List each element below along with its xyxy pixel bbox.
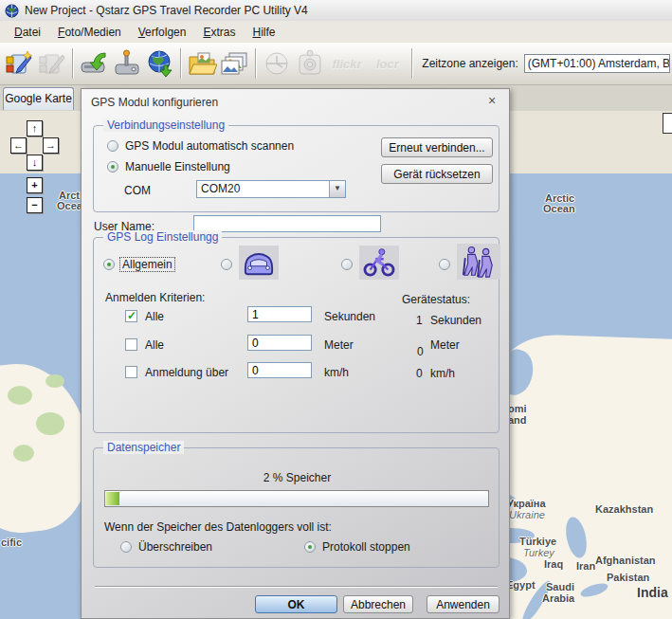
pan-right-button[interactable]: → bbox=[43, 137, 59, 154]
radio-mode-general[interactable] bbox=[103, 259, 115, 270]
group-gps-log: GPS Log Einstellungg Allgemein bbox=[93, 237, 499, 433]
car-icon bbox=[239, 246, 279, 280]
checkbox-meters-label: Alle bbox=[145, 338, 164, 352]
checkbox-seconds[interactable] bbox=[125, 310, 137, 322]
memory-progressbar bbox=[104, 490, 489, 507]
group-title: GPS Log Einstellungg bbox=[103, 230, 222, 244]
map-label: Ocean bbox=[543, 203, 575, 214]
status-speed-unit: km/h bbox=[430, 367, 455, 380]
radio-auto-scan[interactable] bbox=[107, 140, 118, 152]
checkbox-speed[interactable] bbox=[125, 366, 137, 378]
radio-stop-log-label: Protokoll stoppen bbox=[322, 540, 410, 554]
menu-datei[interactable]: Datei bbox=[6, 23, 49, 42]
app-window: New Project - Qstarz GPS Travel Recorder… bbox=[0, 0, 672, 619]
download-from-device-icon[interactable] bbox=[77, 46, 110, 82]
radio-overwrite[interactable] bbox=[120, 541, 132, 553]
apply-button[interactable]: Anwenden bbox=[427, 595, 499, 613]
menu-hilfe[interactable]: Hilfe bbox=[245, 23, 284, 42]
map-label: Arabia bbox=[542, 592, 574, 604]
map-label: Kazakhstan bbox=[595, 503, 653, 515]
import-wizard-icon[interactable] bbox=[2, 46, 35, 82]
meters-input[interactable] bbox=[247, 335, 312, 351]
radio-auto-scan-label: GPS Modul automatisch scannen bbox=[125, 139, 294, 153]
locr-logo-text: locr bbox=[376, 57, 399, 71]
zoom-in-button[interactable]: + bbox=[27, 177, 43, 193]
radio-overwrite-label: Überschreiben bbox=[138, 540, 212, 554]
radio-mode-hiking[interactable] bbox=[439, 259, 450, 270]
zeitzone-label: Zeitzone anzeigen: bbox=[422, 57, 518, 70]
map-green-patch bbox=[8, 386, 32, 405]
device-reset-button[interactable]: Gerät rücksetzen bbox=[381, 164, 493, 184]
status-seconds-value: 1 bbox=[416, 314, 423, 327]
map-overlay-box bbox=[663, 113, 672, 134]
map-label: India bbox=[637, 585, 668, 600]
seconds-unit: Sekunden bbox=[324, 310, 375, 323]
tab-google-karte[interactable]: Google Karte bbox=[3, 87, 74, 110]
group-title: Verbindungseinstellung bbox=[103, 118, 228, 132]
web-download-icon[interactable] bbox=[143, 46, 176, 82]
time-adjust-icon bbox=[260, 46, 293, 82]
map-label: Turkey bbox=[523, 547, 554, 558]
ok-button[interactable]: OK bbox=[255, 595, 337, 613]
meters-unit: Meter bbox=[324, 338, 354, 352]
map-label: Ukraine bbox=[509, 509, 545, 520]
device-status-label: Gerätestatus: bbox=[402, 293, 470, 306]
photo-gallery-icon[interactable] bbox=[218, 46, 251, 82]
photo-folder-icon[interactable] bbox=[185, 46, 218, 82]
checkbox-speed-label: Anmeldung über bbox=[145, 366, 228, 379]
bicycle-icon bbox=[359, 246, 399, 280]
hikers-icon bbox=[457, 244, 500, 280]
device-config-icon[interactable] bbox=[110, 46, 143, 82]
com-port-combobox[interactable]: COM20 ▼ bbox=[196, 180, 346, 198]
chevron-down-icon[interactable]: ▼ bbox=[329, 181, 345, 197]
cancel-button[interactable]: Abbrechen bbox=[343, 595, 413, 613]
checkbox-seconds-label: Alle bbox=[145, 310, 164, 323]
locr-icon: locr bbox=[367, 46, 408, 82]
map-label: omi bbox=[508, 403, 527, 414]
memory-percent-label: 2 % Speicher bbox=[94, 471, 500, 484]
group-title: Datenspeicher bbox=[103, 441, 184, 454]
close-icon[interactable]: × bbox=[484, 93, 499, 108]
pan-up-button[interactable]: ↑ bbox=[27, 120, 43, 137]
radio-mode-bicycle[interactable] bbox=[341, 259, 353, 270]
radio-manual-setting[interactable] bbox=[107, 161, 118, 173]
reconnect-button[interactable]: Erneut verbinden... bbox=[381, 137, 493, 157]
flickr-icon: flickr bbox=[327, 46, 368, 82]
toolbar: flickr locr Zeitzone anzeigen: (GMT+01:0… bbox=[0, 43, 672, 85]
toolbar-separator bbox=[411, 48, 412, 79]
radio-stop-log[interactable] bbox=[304, 541, 316, 553]
seconds-input[interactable] bbox=[247, 306, 312, 322]
map-label: Pakistan bbox=[607, 572, 649, 583]
titlebar: New Project - Qstarz GPS Travel Recorder… bbox=[0, 0, 672, 21]
radio-mode-general-label: Allgemein bbox=[120, 258, 174, 271]
toolbar-separator bbox=[72, 48, 73, 79]
remove-wizard-icon bbox=[35, 46, 68, 82]
checkbox-meters[interactable] bbox=[125, 338, 137, 351]
speed-input[interactable] bbox=[247, 362, 312, 378]
toolbar-separator bbox=[180, 48, 181, 79]
menu-extras[interactable]: Extras bbox=[194, 23, 244, 42]
map-label: Saudi bbox=[546, 581, 574, 592]
zeitzone-combobox[interactable]: (GMT+01:00) Amsterdam, Berlin bbox=[524, 54, 670, 73]
radio-mode-car[interactable] bbox=[221, 259, 232, 270]
menu-verfolgen[interactable]: Verfolgen bbox=[130, 23, 195, 42]
pan-left-button[interactable]: ← bbox=[10, 137, 27, 154]
window-title: New Project - Qstarz GPS Travel Recorder… bbox=[25, 4, 308, 17]
map-label: Egypt bbox=[506, 579, 536, 591]
map-label: and bbox=[508, 414, 527, 426]
map-green-patch bbox=[36, 412, 64, 435]
zoom-out-button[interactable]: − bbox=[27, 197, 43, 213]
status-meters-unit: Meter bbox=[430, 338, 460, 352]
map-label: Türkiye bbox=[519, 536, 556, 547]
map-label: Україна bbox=[507, 498, 546, 509]
menu-foto-medien[interactable]: Foto/Medien bbox=[49, 23, 130, 42]
group-datenspeicher: Datenspeicher 2 % Speicher Wenn der Spei… bbox=[93, 447, 499, 568]
pan-down-button[interactable]: ↓ bbox=[27, 155, 43, 171]
dialog-separator bbox=[95, 586, 498, 588]
toolbar-separator bbox=[255, 48, 256, 79]
status-meters-value: 0 bbox=[417, 345, 424, 358]
map-label: Iraq bbox=[544, 558, 563, 570]
com-label: COM bbox=[124, 184, 151, 197]
criteria-label: Anmelden Kriterien: bbox=[105, 291, 205, 304]
memory-full-label: Wenn der Speicher des Datenloggers voll … bbox=[104, 520, 332, 534]
